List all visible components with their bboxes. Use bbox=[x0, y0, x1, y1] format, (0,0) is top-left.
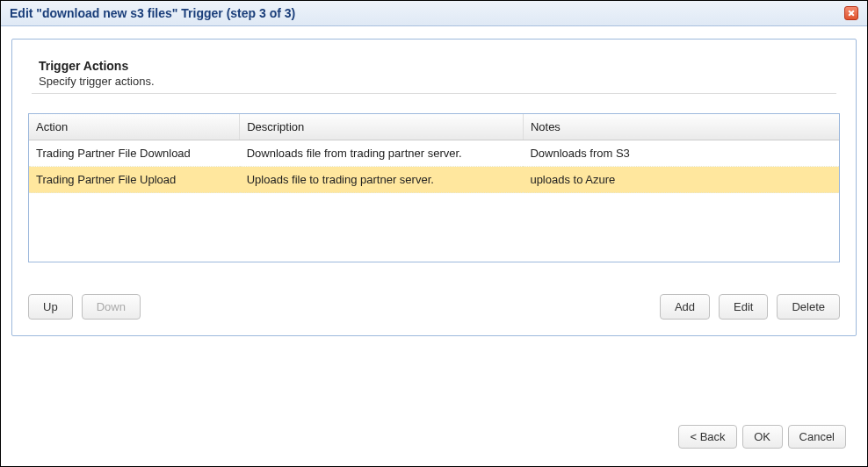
col-header-action[interactable]: Action bbox=[29, 114, 240, 140]
delete-button[interactable]: Delete bbox=[777, 294, 840, 320]
titlebar: Edit "download new s3 files" Trigger (st… bbox=[1, 1, 867, 26]
cell-notes: Downloads from S3 bbox=[523, 140, 839, 167]
cell-description: Uploads file to trading partner server. bbox=[240, 167, 524, 193]
actions-table-container: Action Description Notes Trading Partner… bbox=[28, 113, 840, 262]
edit-button[interactable]: Edit bbox=[719, 294, 768, 320]
cell-notes: uploads to Azure bbox=[523, 167, 839, 193]
close-icon[interactable] bbox=[844, 6, 858, 20]
dialog-body: Trigger Actions Specify trigger actions.… bbox=[1, 26, 867, 466]
cell-action: Trading Partner File Upload bbox=[29, 167, 240, 193]
panel-actions: Up Down Add Edit Delete bbox=[28, 294, 840, 320]
dialog-title: Edit "download new s3 files" Trigger (st… bbox=[10, 6, 295, 20]
down-button[interactable]: Down bbox=[82, 294, 141, 320]
actions-table: Action Description Notes Trading Partner… bbox=[29, 114, 839, 193]
cancel-button[interactable]: Cancel bbox=[788, 425, 846, 449]
divider bbox=[32, 93, 836, 94]
section-title: Trigger Actions bbox=[39, 59, 840, 73]
table-row[interactable]: Trading Partner File Download Downloads … bbox=[29, 140, 839, 167]
section-subtitle: Specify trigger actions. bbox=[39, 75, 840, 93]
back-button[interactable]: < Back bbox=[678, 425, 736, 449]
crud-buttons: Add Edit Delete bbox=[660, 294, 840, 320]
reorder-buttons: Up Down bbox=[28, 294, 141, 320]
cell-description: Downloads file from trading partner serv… bbox=[240, 140, 524, 167]
add-button[interactable]: Add bbox=[660, 294, 710, 320]
cell-action: Trading Partner File Download bbox=[29, 140, 240, 167]
dialog-footer: < Back OK Cancel bbox=[11, 418, 857, 457]
up-button[interactable]: Up bbox=[28, 294, 73, 320]
table-row[interactable]: Trading Partner File Upload Uploads file… bbox=[29, 167, 839, 193]
col-header-description[interactable]: Description bbox=[240, 114, 524, 140]
dialog-window: Edit "download new s3 files" Trigger (st… bbox=[1, 1, 867, 466]
ok-button[interactable]: OK bbox=[742, 425, 783, 449]
content-panel: Trigger Actions Specify trigger actions.… bbox=[11, 39, 857, 336]
col-header-notes[interactable]: Notes bbox=[523, 114, 839, 140]
